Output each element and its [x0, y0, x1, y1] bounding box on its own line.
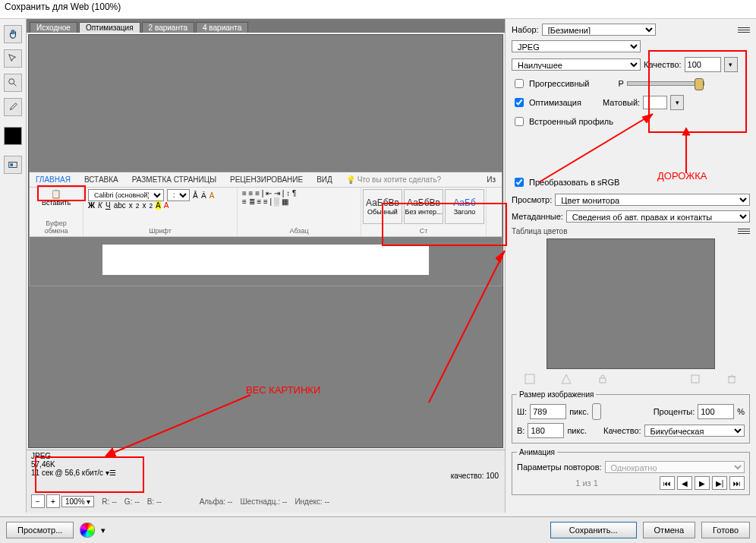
svg-rect-6: [691, 375, 699, 383]
anim-last-button: ⏭: [729, 476, 745, 490]
progressive-label: Прогрессивный: [529, 79, 590, 88]
group-clipboard: Буфер обмена: [34, 219, 78, 235]
constrain-proportions-icon[interactable]: [592, 403, 601, 420]
px-unit: пикс.: [569, 407, 589, 416]
matte-swatch[interactable]: [643, 96, 667, 109]
group-paragraph: Абзац: [242, 227, 356, 235]
new-color-icon[interactable]: [690, 374, 701, 384]
slice-select-tool[interactable]: [4, 49, 22, 68]
loop-select: Однократно: [605, 461, 745, 473]
quality-slider[interactable]: [627, 81, 704, 86]
svg-rect-3: [525, 374, 534, 384]
optimize-label: Оптимизация: [529, 98, 581, 107]
anim-next-button: ▶|: [712, 476, 727, 490]
eyedropper-color-swatch[interactable]: [4, 127, 22, 145]
srgb-checkbox[interactable]: [515, 178, 524, 187]
readout-hex: Шестнадц.: --: [240, 497, 287, 506]
word-tell-me: 💡 Что вы хотите сделать?: [346, 175, 441, 184]
tab-4up[interactable]: 4 варианта: [196, 22, 248, 33]
lock-icon[interactable]: [597, 374, 608, 384]
embed-profile-checkbox[interactable]: [515, 117, 524, 126]
status-quality: качество: 100: [451, 472, 499, 480]
eyedropper-tool[interactable]: [4, 98, 22, 116]
blur-label: Р: [619, 79, 624, 88]
preset-select[interactable]: [Безимени]: [542, 24, 656, 36]
embed-profile-label: Встроенный профиль: [529, 117, 613, 126]
tab-original[interactable]: Исходное: [30, 22, 77, 33]
preview-status: JPEG 57,46K 11 сек @ 56,6 кбит/с ▾☰ каче…: [27, 450, 505, 490]
tab-optimized[interactable]: Оптимизация: [79, 22, 140, 33]
percent-input[interactable]: [698, 404, 734, 419]
style-normal: АаБбВвОбычный: [363, 189, 402, 224]
preview-button[interactable]: Просмотр...: [6, 522, 74, 538]
cancel-button[interactable]: Отмена: [643, 522, 695, 538]
anim-prev-button: ◀: [677, 476, 692, 490]
quality-dropdown-button[interactable]: ▾: [724, 57, 738, 72]
tool-palette: [0, 19, 27, 513]
slice-visibility-toggle[interactable]: [4, 156, 22, 174]
zoom-out-button[interactable]: −: [31, 494, 45, 508]
resample-select[interactable]: Бикубическая: [644, 425, 745, 437]
shift-color-icon[interactable]: [561, 374, 572, 384]
svg-point-0: [9, 79, 14, 84]
height-label: В:: [517, 426, 524, 435]
status-download-time: 11 сек @ 56,6 кбит/с: [31, 469, 103, 477]
style-nospacing: АаБбВвБез интер...: [404, 189, 443, 224]
quality-input[interactable]: [685, 57, 721, 72]
font-size-select: 11: [167, 189, 190, 201]
anim-play-button: ▶: [695, 476, 710, 490]
loop-label: Параметры повторов:: [517, 462, 602, 472]
word-tab-review: РЕЦЕНЗИРОВАНИЕ: [230, 175, 303, 184]
group-font: Шрифт: [88, 227, 232, 235]
status-format: JPEG: [31, 452, 500, 460]
dialog-title: Сохранить для Web (100%): [0, 0, 756, 19]
bandwidth-menu[interactable]: ▾☰: [106, 469, 116, 477]
format-select[interactable]: JPEG: [512, 40, 641, 52]
done-button[interactable]: Готово: [701, 522, 750, 538]
group-styles: Ст: [363, 227, 484, 235]
preview-canvas[interactable]: ГЛАВНАЯ ВСТАВКА РАЗМЕТКА СТРАНИЦЫ РЕЦЕНЗ…: [28, 34, 503, 448]
matte-dropdown-button[interactable]: ▾: [670, 95, 684, 110]
font-select: Calibri (основной): [88, 189, 164, 201]
height-input[interactable]: [528, 423, 564, 438]
percent-unit: %: [737, 407, 745, 416]
hand-tool[interactable]: [4, 25, 22, 43]
tab-2up[interactable]: 2 варианта: [142, 22, 194, 33]
save-button[interactable]: Сохранить...: [550, 522, 637, 538]
slider-thumb[interactable]: [695, 78, 704, 90]
style-heading: АаБбЗаголо: [445, 189, 484, 224]
zoom-in-button[interactable]: +: [46, 494, 60, 508]
srgb-label: Преобразовать в sRGB: [529, 178, 619, 187]
matte-label: Матовый:: [603, 98, 640, 107]
zoom-select[interactable]: 100% ▾: [61, 496, 94, 507]
embedded-word-window: ГЛАВНАЯ ВСТАВКА РАЗМЕТКА СТРАНИЦЫ РЕЦЕНЗ…: [29, 172, 502, 286]
width-input[interactable]: [530, 404, 566, 419]
panel-menu-icon[interactable]: [738, 26, 750, 33]
percent-label: Проценты:: [654, 407, 695, 416]
preset-label: Набор:: [512, 25, 539, 34]
width-label: Ш:: [517, 407, 527, 416]
metadata-select[interactable]: Сведения об авт. правах и контакты: [566, 210, 750, 223]
settings-panel: Набор: [Безимени] JPEG Наилучшее Качеств…: [506, 19, 756, 513]
color-table[interactable]: [547, 238, 715, 369]
color-table-menu-icon[interactable]: [738, 228, 750, 235]
readout-b: B: --: [147, 497, 162, 506]
readout-g: G: --: [124, 497, 140, 506]
optimize-checkbox[interactable]: [515, 98, 524, 107]
anim-first-button: ⏮: [660, 476, 675, 490]
progressive-checkbox[interactable]: [515, 79, 524, 88]
quality-preset-select[interactable]: Наилучшее: [512, 58, 641, 71]
preview-bottom-bar: − + 100% ▾ R: -- G: -- B: -- Альфа: -- Ш…: [27, 490, 505, 513]
word-tab-insert: ВСТАВКА: [84, 175, 118, 184]
browser-preview-icon[interactable]: [80, 522, 95, 538]
zoom-tool[interactable]: [4, 74, 22, 92]
browser-preview-dropdown[interactable]: ▾: [101, 526, 106, 535]
readout-index: Индекс: --: [295, 497, 329, 506]
color-table-label: Таблица цветов: [512, 227, 568, 235]
preview-mode-select[interactable]: Цвет монитора: [555, 194, 750, 206]
delete-color-icon[interactable]: [726, 374, 737, 384]
word-change: Из: [487, 175, 496, 184]
lock-color-icon[interactable]: [524, 374, 535, 384]
readout-alpha: Альфа: --: [200, 497, 233, 506]
word-tab-home: ГЛАВНАЯ: [36, 175, 71, 184]
